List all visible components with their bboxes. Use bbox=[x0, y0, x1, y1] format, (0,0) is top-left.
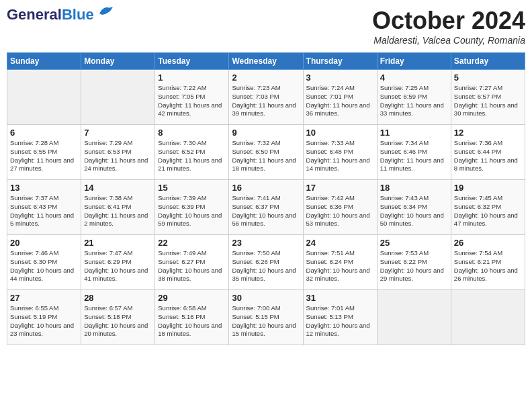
day-number: 24 bbox=[306, 238, 374, 248]
day-number: 4 bbox=[380, 73, 448, 83]
day-number: 8 bbox=[158, 128, 226, 138]
day-info: Sunrise: 6:55 AMSunset: 5:19 PMDaylight:… bbox=[10, 304, 78, 338]
day-info: Sunrise: 7:45 AMSunset: 6:32 PMDaylight:… bbox=[454, 194, 522, 228]
calendar-week-row: 1Sunrise: 7:22 AMSunset: 7:05 PMDaylight… bbox=[7, 70, 525, 125]
day-info: Sunrise: 7:54 AMSunset: 6:21 PMDaylight:… bbox=[454, 249, 522, 283]
weekday-header-saturday: Saturday bbox=[451, 53, 525, 70]
calendar-cell: 10Sunrise: 7:33 AMSunset: 6:48 PMDayligh… bbox=[303, 125, 377, 180]
weekday-header-tuesday: Tuesday bbox=[155, 53, 229, 70]
calendar-cell bbox=[377, 290, 451, 345]
calendar-cell: 2Sunrise: 7:23 AMSunset: 7:03 PMDaylight… bbox=[229, 70, 303, 125]
calendar-cell: 17Sunrise: 7:42 AMSunset: 6:36 PMDayligh… bbox=[303, 180, 377, 235]
calendar-cell: 28Sunrise: 6:57 AMSunset: 5:18 PMDayligh… bbox=[81, 290, 155, 345]
calendar-cell: 1Sunrise: 7:22 AMSunset: 7:05 PMDaylight… bbox=[155, 70, 229, 125]
day-number: 13 bbox=[10, 183, 78, 193]
day-info: Sunrise: 7:53 AMSunset: 6:22 PMDaylight:… bbox=[380, 249, 448, 283]
weekday-header-monday: Monday bbox=[81, 53, 155, 70]
calendar-cell: 20Sunrise: 7:46 AMSunset: 6:30 PMDayligh… bbox=[7, 235, 81, 290]
calendar-cell: 3Sunrise: 7:24 AMSunset: 7:01 PMDaylight… bbox=[303, 70, 377, 125]
day-info: Sunrise: 7:28 AMSunset: 6:55 PMDaylight:… bbox=[10, 139, 78, 173]
calendar-cell: 6Sunrise: 7:28 AMSunset: 6:55 PMDaylight… bbox=[7, 125, 81, 180]
day-number: 18 bbox=[380, 183, 448, 193]
logo-bird-icon bbox=[97, 4, 116, 17]
day-number: 22 bbox=[158, 238, 226, 248]
day-number: 11 bbox=[380, 128, 448, 138]
day-number: 6 bbox=[10, 128, 78, 138]
calendar-cell: 23Sunrise: 7:50 AMSunset: 6:26 PMDayligh… bbox=[229, 235, 303, 290]
calendar-cell bbox=[7, 70, 81, 125]
calendar-cell: 30Sunrise: 7:00 AMSunset: 5:15 PMDayligh… bbox=[229, 290, 303, 345]
day-info: Sunrise: 6:58 AMSunset: 5:16 PMDaylight:… bbox=[158, 304, 226, 338]
calendar-cell: 9Sunrise: 7:32 AMSunset: 6:50 PMDaylight… bbox=[229, 125, 303, 180]
title-area: October 2024 Maldaresti, Valcea County, … bbox=[372, 7, 525, 46]
calendar-cell: 13Sunrise: 7:37 AMSunset: 6:43 PMDayligh… bbox=[7, 180, 81, 235]
page-header: GeneralBlue October 2024 Maldaresti, Val… bbox=[7, 7, 525, 46]
day-number: 27 bbox=[10, 293, 78, 303]
weekday-header-friday: Friday bbox=[377, 53, 451, 70]
calendar-cell: 11Sunrise: 7:34 AMSunset: 6:46 PMDayligh… bbox=[377, 125, 451, 180]
logo: GeneralBlue bbox=[7, 7, 116, 23]
calendar-cell: 15Sunrise: 7:39 AMSunset: 6:39 PMDayligh… bbox=[155, 180, 229, 235]
calendar-cell: 26Sunrise: 7:54 AMSunset: 6:21 PMDayligh… bbox=[451, 235, 525, 290]
day-number: 20 bbox=[10, 238, 78, 248]
day-number: 15 bbox=[158, 183, 226, 193]
calendar-cell: 25Sunrise: 7:53 AMSunset: 6:22 PMDayligh… bbox=[377, 235, 451, 290]
calendar-cell: 19Sunrise: 7:45 AMSunset: 6:32 PMDayligh… bbox=[451, 180, 525, 235]
day-info: Sunrise: 7:24 AMSunset: 7:01 PMDaylight:… bbox=[306, 84, 374, 118]
day-number: 26 bbox=[454, 238, 522, 248]
calendar-cell: 24Sunrise: 7:51 AMSunset: 6:24 PMDayligh… bbox=[303, 235, 377, 290]
day-info: Sunrise: 7:36 AMSunset: 6:44 PMDaylight:… bbox=[454, 139, 522, 173]
calendar-cell: 29Sunrise: 6:58 AMSunset: 5:16 PMDayligh… bbox=[155, 290, 229, 345]
day-info: Sunrise: 7:23 AMSunset: 7:03 PMDaylight:… bbox=[232, 84, 300, 118]
day-info: Sunrise: 7:34 AMSunset: 6:46 PMDaylight:… bbox=[380, 139, 448, 173]
day-number: 14 bbox=[84, 183, 152, 193]
calendar-cell: 27Sunrise: 6:55 AMSunset: 5:19 PMDayligh… bbox=[7, 290, 81, 345]
day-number: 23 bbox=[232, 238, 300, 248]
calendar-cell: 22Sunrise: 7:49 AMSunset: 6:27 PMDayligh… bbox=[155, 235, 229, 290]
calendar-cell: 8Sunrise: 7:30 AMSunset: 6:52 PMDaylight… bbox=[155, 125, 229, 180]
day-info: Sunrise: 7:47 AMSunset: 6:29 PMDaylight:… bbox=[84, 249, 152, 283]
day-info: Sunrise: 7:51 AMSunset: 6:24 PMDaylight:… bbox=[306, 249, 374, 283]
calendar-cell: 16Sunrise: 7:41 AMSunset: 6:37 PMDayligh… bbox=[229, 180, 303, 235]
calendar-cell: 5Sunrise: 7:27 AMSunset: 6:57 PMDaylight… bbox=[451, 70, 525, 125]
calendar-cell: 31Sunrise: 7:01 AMSunset: 5:13 PMDayligh… bbox=[303, 290, 377, 345]
day-info: Sunrise: 7:41 AMSunset: 6:37 PMDaylight:… bbox=[232, 194, 300, 228]
day-info: Sunrise: 7:29 AMSunset: 6:53 PMDaylight:… bbox=[84, 139, 152, 173]
calendar-header-row: SundayMondayTuesdayWednesdayThursdayFrid… bbox=[7, 53, 525, 70]
day-number: 2 bbox=[232, 73, 300, 83]
day-number: 29 bbox=[158, 293, 226, 303]
day-info: Sunrise: 7:32 AMSunset: 6:50 PMDaylight:… bbox=[232, 139, 300, 173]
calendar-cell: 14Sunrise: 7:38 AMSunset: 6:41 PMDayligh… bbox=[81, 180, 155, 235]
day-info: Sunrise: 7:37 AMSunset: 6:43 PMDaylight:… bbox=[10, 194, 78, 228]
day-info: Sunrise: 7:00 AMSunset: 5:15 PMDaylight:… bbox=[232, 304, 300, 338]
weekday-header-wednesday: Wednesday bbox=[229, 53, 303, 70]
day-number: 3 bbox=[306, 73, 374, 83]
calendar-cell: 21Sunrise: 7:47 AMSunset: 6:29 PMDayligh… bbox=[81, 235, 155, 290]
day-info: Sunrise: 7:30 AMSunset: 6:52 PMDaylight:… bbox=[158, 139, 226, 173]
day-info: Sunrise: 6:57 AMSunset: 5:18 PMDaylight:… bbox=[84, 304, 152, 338]
day-number: 16 bbox=[232, 183, 300, 193]
day-number: 10 bbox=[306, 128, 374, 138]
day-number: 1 bbox=[158, 73, 226, 83]
day-info: Sunrise: 7:25 AMSunset: 6:59 PMDaylight:… bbox=[380, 84, 448, 118]
calendar-body: 1Sunrise: 7:22 AMSunset: 7:05 PMDaylight… bbox=[7, 70, 525, 345]
day-info: Sunrise: 7:43 AMSunset: 6:34 PMDaylight:… bbox=[380, 194, 448, 228]
calendar-cell: 4Sunrise: 7:25 AMSunset: 6:59 PMDaylight… bbox=[377, 70, 451, 125]
day-number: 21 bbox=[84, 238, 152, 248]
calendar-week-row: 20Sunrise: 7:46 AMSunset: 6:30 PMDayligh… bbox=[7, 235, 525, 290]
calendar-cell: 7Sunrise: 7:29 AMSunset: 6:53 PMDaylight… bbox=[81, 125, 155, 180]
day-number: 12 bbox=[454, 128, 522, 138]
day-number: 28 bbox=[84, 293, 152, 303]
day-info: Sunrise: 7:46 AMSunset: 6:30 PMDaylight:… bbox=[10, 249, 78, 283]
calendar-week-row: 6Sunrise: 7:28 AMSunset: 6:55 PMDaylight… bbox=[7, 125, 525, 180]
day-info: Sunrise: 7:22 AMSunset: 7:05 PMDaylight:… bbox=[158, 84, 226, 118]
day-info: Sunrise: 7:50 AMSunset: 6:26 PMDaylight:… bbox=[232, 249, 300, 283]
day-info: Sunrise: 7:38 AMSunset: 6:41 PMDaylight:… bbox=[84, 194, 152, 228]
calendar-cell bbox=[81, 70, 155, 125]
day-info: Sunrise: 7:39 AMSunset: 6:39 PMDaylight:… bbox=[158, 194, 226, 228]
day-info: Sunrise: 7:27 AMSunset: 6:57 PMDaylight:… bbox=[454, 84, 522, 118]
calendar-cell: 12Sunrise: 7:36 AMSunset: 6:44 PMDayligh… bbox=[451, 125, 525, 180]
calendar-cell: 18Sunrise: 7:43 AMSunset: 6:34 PMDayligh… bbox=[377, 180, 451, 235]
day-number: 30 bbox=[232, 293, 300, 303]
calendar-week-row: 13Sunrise: 7:37 AMSunset: 6:43 PMDayligh… bbox=[7, 180, 525, 235]
